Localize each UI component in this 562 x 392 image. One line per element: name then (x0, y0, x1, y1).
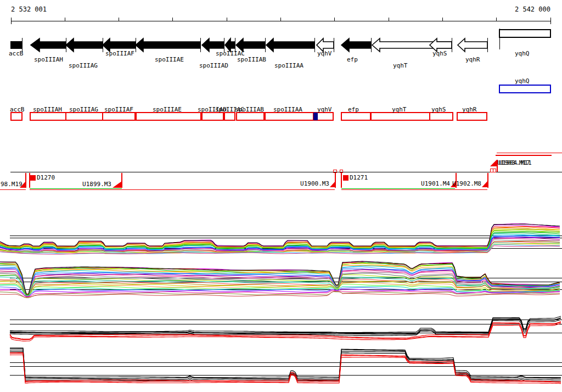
cds-box-track: accBspoIIIAHspoIIIAGspoIIIAFspoIIIAEspoI… (10, 106, 487, 120)
expression-series (10, 352, 561, 382)
segment-label[interactable]: U1901.M4 (421, 180, 450, 187)
track-expression-selected-lower (10, 348, 562, 384)
gene-label-spoIIIAH: spoIIIAH (34, 56, 63, 63)
gene-label-spoIIIAD: spoIIIAD (199, 62, 228, 69)
gene-label-yqhS: yqhS (432, 50, 447, 57)
cds-label-spoIIIAH: spoIIIAH (33, 106, 62, 113)
cds-box-yqhT[interactable] (371, 113, 430, 120)
segment-start-square[interactable] (30, 175, 36, 181)
gene-label-spoIIIAG: spoIIIAG (69, 62, 98, 69)
gene-glyph-accB[interactable] (11, 42, 22, 48)
expression-series (0, 227, 560, 248)
blue-feature-track: yqhQ (499, 77, 550, 93)
segment-label[interactable]: D1270 (37, 174, 55, 181)
gene-label-efp: efp (347, 56, 358, 63)
cds-box-yqhS[interactable] (430, 113, 453, 120)
cds-box-spoIIIAH[interactable] (30, 113, 66, 120)
cds-label-yqhV: yqhV (317, 106, 332, 113)
blue-feature-box[interactable] (499, 85, 550, 93)
segment-label[interactable]: 98.M19 (1, 181, 23, 188)
cds-label-spoIIIAA: spoIIIAA (273, 106, 302, 113)
cds-box-spoIIIAA[interactable] (265, 113, 313, 120)
segment-label[interactable]: U1900.M3 (300, 180, 329, 187)
expression-series (10, 320, 561, 335)
gene-label-accB: accB (9, 50, 24, 57)
segment-start-square[interactable] (343, 175, 349, 181)
track-expression-selected-upper (10, 316, 562, 341)
cds-box-spoIIIAG[interactable] (66, 113, 103, 120)
cds-box-yqhR[interactable] (457, 113, 487, 120)
cds-label-spoIIIAE: spoIIIAE (153, 106, 182, 113)
segment-marker-square (493, 169, 496, 172)
gene-glyph-spoIIIAB[interactable] (236, 38, 265, 52)
expression-series (0, 227, 560, 248)
cds-label-spoIIIAF: spoIIIAF (104, 106, 133, 113)
track-expression-all-conditions-lower (0, 261, 562, 298)
cds-label-yqhS: yqhS (431, 106, 446, 113)
gene-label-spoIIIAE: spoIIIAE (155, 56, 184, 63)
gene-glyph-spoIIIAE[interactable] (136, 38, 200, 52)
gene-glyph-spoIIIAH[interactable] (31, 38, 66, 52)
gene-track: accBspoIIIAHspoIIIAGspoIIIAFspoIIIAEspoI… (9, 29, 550, 69)
cds-box-spoIIIAB[interactable] (237, 113, 264, 120)
gene-label-yqhV: yqhV (317, 50, 332, 57)
gene-label-yqhR: yqhR (465, 56, 480, 63)
cds-box-accB[interactable] (11, 113, 22, 120)
blue-feature-label: yqhQ (515, 77, 530, 85)
cds-label-yqhR: yqhR (462, 106, 477, 113)
segment-triangle[interactable] (482, 181, 488, 187)
selected-probe-box[interactable] (313, 113, 318, 120)
cds-label-spoIIIAG: spoIIIAG (69, 106, 98, 113)
cds-box-spoIIIAF[interactable] (103, 113, 135, 120)
segment-label[interactable]: D1271 (350, 174, 368, 181)
gene-glyph-spoIIIAG[interactable] (66, 38, 103, 52)
segment-label[interactable]: U1899.M3 (82, 181, 111, 188)
gene-label-spoIIIAA: spoIIIAA (274, 62, 304, 69)
gene-label-yqhT: yqhT (393, 62, 408, 69)
gene-glyph-yqhQ[interactable] (499, 30, 550, 37)
gene-label-spoIIIAF: spoIIIAF (105, 50, 134, 57)
expression-series (10, 348, 561, 378)
cds-box-spoIIIAD[interactable] (202, 113, 223, 120)
gene-label-spoIIIAB: spoIIIAB (237, 56, 266, 63)
segment-label[interactable]: U1902.M8 (452, 180, 481, 187)
genome-browser-view: 2 532 001 2 542 000 accBspoIIIAHspoIIIAG… (0, 0, 562, 392)
gene-label-yqhQ: yqhQ (515, 50, 530, 57)
track-expression-all-conditions-upper (0, 224, 562, 255)
tracks-canvas: accBspoIIIAHspoIIIAGspoIIIAFspoIIIAEspoI… (0, 0, 562, 392)
cds-label-efp: efp (348, 106, 359, 113)
segment-triangle[interactable] (490, 160, 497, 166)
segment-triangle[interactable] (113, 181, 122, 188)
segment-track: 98.M19D1270U1899.M3U1900.M3D1271U1901.M4… (0, 153, 562, 190)
gene-glyph-efp[interactable] (341, 38, 371, 52)
gene-glyph-yqhR[interactable] (458, 38, 487, 52)
cds-box-spoIIIAE[interactable] (136, 113, 201, 120)
segment-label[interactable]: U1904.M11 (499, 159, 532, 166)
cds-label-spoIIIAB: spoIIIAB (235, 106, 264, 113)
cds-box-efp[interactable] (341, 113, 370, 120)
cds-label-accB: accB (10, 106, 25, 113)
segment-marker-square (490, 169, 493, 172)
gene-glyph-spoIIIAA[interactable] (266, 38, 314, 52)
expression-series (10, 349, 561, 379)
ruler (11, 18, 550, 24)
cds-label-yqhT: yqhT (392, 106, 407, 113)
cds-box-spoIIIAC[interactable] (224, 113, 235, 120)
